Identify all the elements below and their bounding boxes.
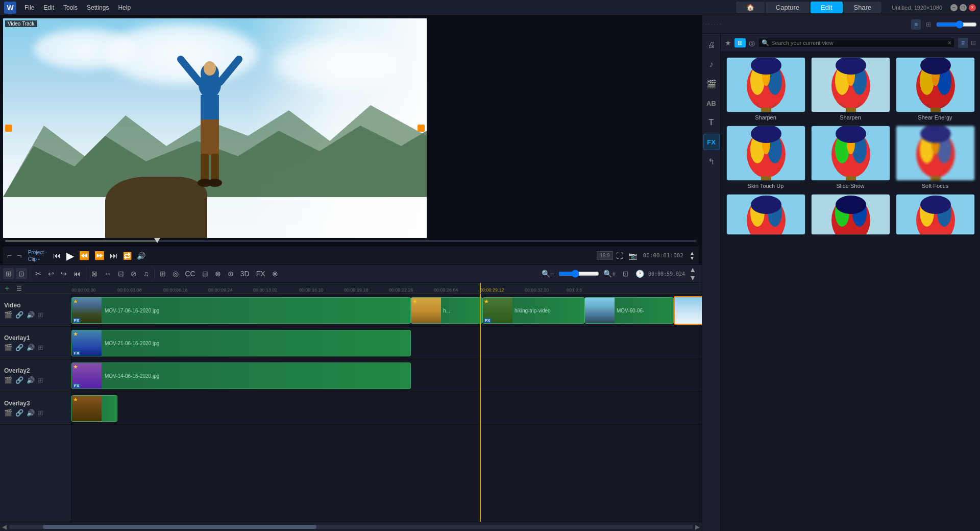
overlay2-track-link-icon[interactable]: 🔗 [15, 376, 23, 384]
effect-sharpen-1[interactable]: Sharpen [726, 57, 805, 120]
audio-edit-button[interactable]: ♫ [141, 268, 152, 279]
clock-button[interactable]: 🕐 [633, 268, 647, 279]
snapshot-button[interactable]: 📷 [626, 251, 639, 261]
scissors-tool[interactable]: ✂ [33, 268, 44, 279]
blend-button[interactable]: ◎ [170, 268, 181, 279]
maximize-button[interactable]: □ [960, 4, 967, 11]
overlay1-track-expand-icon[interactable]: ⊞ [38, 344, 43, 351]
overlay3-track-link-icon[interactable]: 🔗 [15, 409, 23, 417]
motion-icon[interactable]: ↰ [703, 153, 720, 170]
share-button[interactable]: Share [844, 2, 882, 13]
step-forward-button[interactable]: ⏩ [92, 250, 107, 261]
grid-button[interactable]: ⊟ [200, 268, 211, 279]
video-track-audio-icon[interactable]: 🔊 [27, 311, 35, 319]
menu-edit[interactable]: Edit [39, 2, 58, 13]
overlay2-track-audio-icon[interactable]: 🔊 [27, 376, 35, 384]
multi-cam-button[interactable]: ⊞ [157, 268, 168, 279]
clip-hiker[interactable]: ★ h... [411, 297, 482, 324]
menu-file[interactable]: File [20, 2, 38, 13]
effect-slideshow[interactable]: Slide Show [811, 126, 890, 189]
effects-search-input[interactable] [771, 40, 948, 46]
video-track-link-icon[interactable]: 🔗 [15, 311, 23, 319]
effect-extra1[interactable] [726, 194, 805, 235]
video-preview-canvas[interactable] [3, 18, 427, 238]
menu-tools[interactable]: Tools [59, 2, 82, 13]
redo-button[interactable]: ↪ [58, 268, 69, 279]
clip-mov14[interactable]: ★ FX MOV-14-06-16-2020.jpg [71, 363, 411, 389]
mask-button[interactable]: ⊗ [270, 268, 281, 279]
volume-button[interactable]: 🔊 [135, 251, 148, 261]
zoom-fit-button[interactable]: ⊡ [620, 268, 631, 279]
next-frame-button[interactable]: ⏭ [108, 250, 120, 261]
clip-hiking[interactable]: ★ FX hiking-trip-video [482, 297, 584, 324]
fx-button[interactable]: FX [254, 268, 268, 279]
3d-title-button[interactable]: 3D [238, 268, 252, 279]
title-icon-sidebar[interactable]: AB [703, 95, 720, 111]
text-icon[interactable]: T [703, 114, 720, 131]
crop-button[interactable]: ⊡ [115, 268, 127, 279]
filter-star-button[interactable]: ★ [725, 39, 731, 47]
timeline-view-button[interactable]: ⊞ [3, 268, 14, 279]
audio-icon[interactable]: ♪ [703, 56, 720, 73]
motion-track-button[interactable]: ⊕ [225, 268, 236, 279]
effect-extra2[interactable] [811, 194, 890, 235]
overlay3-track-audio-icon[interactable]: 🔊 [27, 409, 35, 417]
corner-bracket-button[interactable]: ⌐ [5, 250, 14, 261]
overlay3-track-row[interactable]: ★ [71, 392, 702, 425]
detect-button[interactable]: ⊛ [212, 268, 224, 279]
effect-sharpen-2[interactable]: Sharpen [811, 57, 890, 120]
filter-audio-button[interactable]: ◎ [749, 39, 755, 47]
close-button[interactable]: × [969, 4, 976, 11]
fullscreen-button[interactable]: ⛶ [614, 251, 625, 261]
loop-button[interactable]: 🔁 [121, 251, 134, 261]
undo-button[interactable]: ↩ [45, 268, 57, 279]
clip-mov21[interactable]: ★ FX MOV-21-06-16-2020.jpg [71, 330, 411, 356]
capture-button[interactable]: Capture [766, 2, 810, 13]
scroll-right-button[interactable]: ▶ [695, 523, 700, 530]
add-track-button[interactable]: + [3, 284, 11, 293]
overlay3-track-expand-icon[interactable]: ⊞ [38, 409, 43, 417]
menu-help[interactable]: Help [114, 2, 135, 13]
zoom-slider[interactable] [558, 270, 599, 278]
clip-mov17[interactable]: ★ FX MOV-17-06-16-2020.jpg [71, 297, 411, 324]
filter-all-button[interactable]: ⊞ [734, 38, 746, 47]
to-start-button[interactable]: ⏮ [71, 268, 83, 279]
split-clip-button[interactable]: ⊠ [89, 268, 100, 279]
zoom-out-button[interactable]: 🔍− [539, 268, 557, 279]
transition-icon[interactable]: 🎬 [703, 76, 720, 92]
trim-button[interactable]: ↔ [102, 268, 114, 279]
home-button[interactable]: 🏠 [736, 2, 765, 13]
zoom-in-button[interactable]: 🔍+ [601, 268, 619, 279]
step-back-button[interactable]: ⏪ [77, 250, 91, 261]
video-track-expand-icon[interactable]: ⊞ [38, 311, 43, 319]
overlay2-track-expand-icon[interactable]: ⊞ [38, 376, 43, 384]
corner-bracket-right-button[interactable]: ¬ [15, 250, 23, 261]
zoom-step[interactable]: ▲▼ [687, 264, 699, 283]
ripple-delete-button[interactable]: ⊘ [128, 268, 139, 279]
clip-mov60[interactable]: MOV-60-06- [584, 297, 674, 324]
overlay1-track-link-icon[interactable]: 🔗 [15, 344, 23, 351]
effect-skin[interactable]: Skin Touch Up [726, 126, 805, 189]
effect-extra3[interactable] [895, 194, 975, 235]
overlay1-track-audio-icon[interactable]: 🔊 [27, 344, 35, 351]
clip-mov58-selected[interactable]: MOV-58-0 [674, 296, 702, 325]
effects-view-list[interactable]: ≡ [958, 38, 968, 48]
scrubber[interactable] [3, 238, 699, 246]
effect-softfocus[interactable]: Soft Focus [895, 126, 975, 189]
storyboard-view-button[interactable]: ⊡ [16, 268, 27, 279]
right-panel-toggle-list[interactable]: ≡ [911, 19, 921, 30]
timeline-scrollbar[interactable] [9, 525, 693, 529]
play-button[interactable]: ▶ [64, 249, 76, 263]
effects-view-grid[interactable]: ⊟ [971, 39, 976, 46]
fx-icon[interactable]: FX [703, 134, 720, 150]
panel-size-slider[interactable] [936, 20, 977, 29]
sort-tracks-button[interactable]: ☰ [14, 283, 24, 294]
scroll-left-button[interactable]: ◀ [2, 523, 7, 530]
edit-button[interactable]: Edit [811, 2, 842, 13]
clip-extra[interactable]: ★ [71, 395, 117, 422]
video-handle-left[interactable] [5, 125, 12, 132]
prev-frame-button[interactable]: ⏮ [51, 250, 63, 261]
minimize-button[interactable]: − [950, 4, 958, 11]
menu-settings[interactable]: Settings [83, 2, 113, 13]
caption-button[interactable]: CC [183, 268, 198, 279]
